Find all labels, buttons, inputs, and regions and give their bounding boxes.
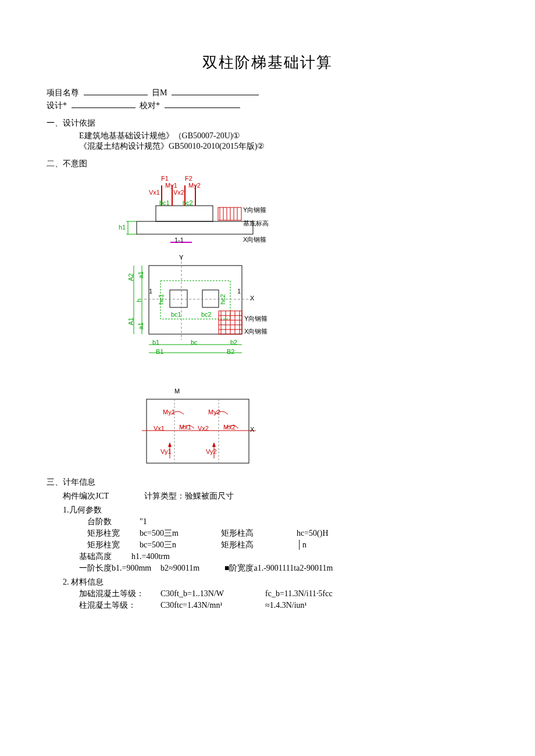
fig2-one-r: 1 [237,288,241,295]
bc2-val: bc=500三n [140,540,221,550]
steps-val: "1 [140,517,192,526]
foundh-row: 基础高度 h1.=400trm [79,551,488,562]
fig2-b1: b1 [152,339,159,346]
project-label: 项目名尊 [47,88,79,97]
fig2-yrebar: Y向钢箍 [244,314,268,323]
foundconc-label: 加础混凝土等级： [79,589,160,599]
fig2-a1b: a1 [137,323,144,329]
steps-label: 台阶数 [87,517,140,527]
figure-group: F1 F2 My1 My2 Vx1 Vx2 bc1 bc2 h1 1-1 Y向钢… [116,174,488,470]
fig1-My1: My1 [165,182,177,189]
page-title: 双柱阶梯基础计算 [47,52,488,73]
foundconc-val: C30ft_b=1..13N/W [160,589,242,599]
svg-rect-1 [156,206,213,221]
rectw2-label: 矩形柱宽 [87,540,140,550]
fig3-M: M [174,388,180,395]
section-3-head: 三、计年信息 [47,477,488,488]
basis-line-1: E建筑地基基础设计规他》（GB50007-20U)① [79,131,488,141]
fig1-yrebar: Y向钢箍 [243,206,266,214]
checker-blank [165,99,240,108]
fig3-X: X [250,426,254,433]
fig2-Y: Y [179,254,183,261]
approx-val: ≈1.4.3N/iun¹ [265,601,347,610]
svg-rect-0 [137,221,253,234]
project-blank [84,87,148,95]
fig2-svg [116,253,268,363]
svg-rect-20 [202,290,219,307]
rectw1-label: 矩形柱宽 [87,528,140,539]
checker-label: 校对* [140,101,160,110]
fig2-A1: A1 [127,317,134,325]
fig2-B2: B2 [227,348,234,355]
svg-rect-19 [170,290,187,307]
colconc-label: 柱混凝土等级： [79,600,160,611]
component-row: 构件编次JCT 计算类型：验鰈被面尺寸 [63,491,488,501]
steps-row: 台阶数 "1 [87,517,488,527]
fig1-Vx1: Vx1 [149,189,160,196]
foundh-label: 基础高度 [79,551,131,562]
fig3-Mx1: Mx1 [179,424,191,431]
fig2-one-l: 1 [149,288,152,295]
fig2-xrebar: X向钢箍 [244,327,268,336]
fig2-b2: b2 [230,339,237,346]
meta-row-1: 项目名尊 日M [47,87,488,98]
fig2-X: X [250,295,254,302]
figure-plan: Y X A2 A1 a1 h a1 1 1 hc1 hc2 bc1 bc2 Y向… [116,253,268,363]
fcb-val: fc_b=11.3N/i11·5fcc [265,589,347,599]
fig2-bc: bc [191,339,198,346]
designer-label: 设计* [47,101,67,110]
fig3-Vy2: Vy2 [206,448,217,455]
date-blank [172,87,259,95]
fig1-F2: F2 [185,175,192,182]
section-1-head: 一、设计依据 [47,118,488,128]
hc2-val: │n [297,540,349,550]
foundh-val: h1.=400trm [131,552,184,561]
comp-no-label: 构件编次JCT [63,491,144,501]
fig2-B1: B1 [156,348,163,355]
fig3-Vx1: Vx1 [154,425,165,432]
fig2-bc1: bc1 [171,311,181,318]
fig2-hc1: hc1 [158,294,165,304]
fig2-bc2: bc2 [201,311,212,318]
figure-moment: M My1 My2 Vx1 Vx2 Mx1 Mx2 X Vy1 Vy2 [140,389,256,470]
recth2-label: 矩形柱高 [221,540,273,550]
date-label: 日M [152,88,167,97]
fig1-bc1: bc1 [159,199,170,206]
fig1-xrebar: X向钢箍 [243,235,266,244]
designer-blank [72,99,135,108]
colconc-row: 柱混凝土等级： C30ftc=1.43N/mn¹ ≈1.4.3N/iun¹ [79,600,488,611]
basis-line-2: 《混凝土结构设计规范》GB50010-2010(2015年版)② [79,141,488,152]
calc-type-label: 计算类型：验鰈被面尺寸 [144,491,243,501]
svg-rect-2 [218,207,241,220]
fig1-cut: 1-1 [174,237,184,243]
section-2-head: 二、不意图 [47,159,488,169]
b2-val: b2≈90011m [160,564,213,573]
fig1-h1: h1 [119,224,126,231]
bc1-val: bc=500三m [140,528,221,539]
fig2-a1t: a1 [137,271,144,278]
fig3-Vx2: Vx2 [198,425,209,432]
mat-head: 2. 材料信息 [63,577,488,587]
recth1-label: 矩形柱高 [221,528,273,539]
steplen-label: 一阶长度b1.=900mm [79,563,160,574]
rectw1-row: 矩形柱宽 bc=500三m 矩形柱高 hc=50()H [87,528,488,539]
colconc-val: C30ftc=1.43N/mn¹ [160,601,242,610]
fig3-Mx2: Mx2 [223,424,236,431]
fig1-jidi: 基底标高 [243,219,269,228]
fig3-Vy1: Vy1 [160,448,172,455]
fig1-F1: F1 [161,175,169,182]
fig3-My1: My1 [163,409,175,415]
rectw2-row: 矩形柱宽 bc=500三n 矩形柱高 │n [87,540,488,550]
fig1-Vx2: Vx2 [173,189,184,196]
figure-section-1-1: F1 F2 My1 My2 Vx1 Vx2 bc1 bc2 h1 1-1 Y向钢… [116,174,268,249]
fig3-My2: My2 [208,409,220,415]
fig2-A2: A2 [127,273,134,281]
hc1-val: hc=50()H [297,529,349,538]
fig2-h: h [135,299,142,302]
fig1-My2: My2 [188,182,201,189]
foundconc-row: 加础混凝土等级： C30ft_b=1..13N/W fc_b=11.3N/i11… [79,589,488,599]
fig1-bc2: bc2 [183,199,193,206]
svg-marker-41 [168,442,172,447]
svg-marker-43 [212,442,216,447]
stepw-label: ■阶宽度a1.-9001111ta2-90011m [224,563,333,574]
